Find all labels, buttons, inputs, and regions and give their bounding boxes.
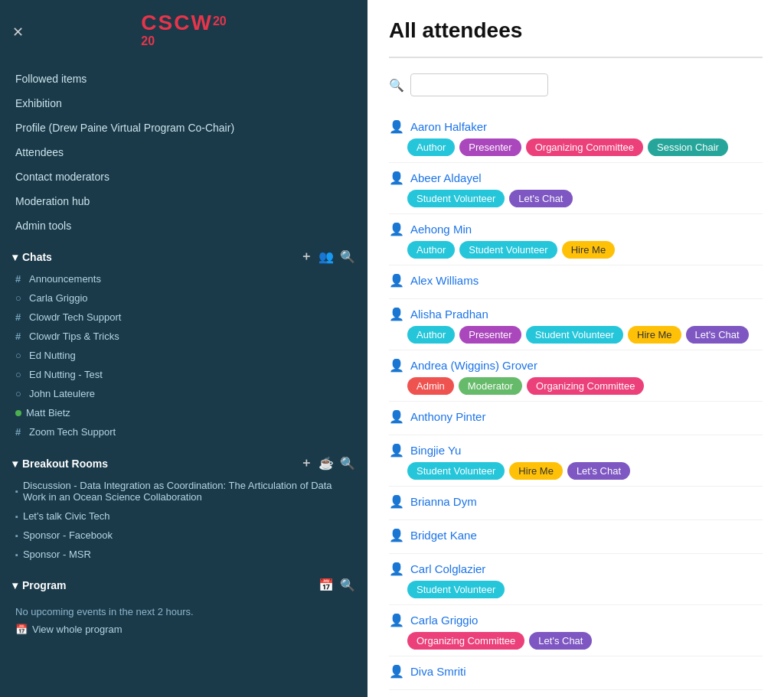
channel-zoom-tech[interactable]: # Zoom Tech Support (0, 422, 368, 441)
program-chevron-icon: ▾ (12, 579, 18, 591)
attendee-row: 👤Andrea (Wiggins) GroverAdminModeratorOr… (389, 350, 763, 402)
tag-student-volunteer[interactable]: Student Volunteer (407, 462, 505, 480)
channel-ed-nutting-test[interactable]: ○ Ed Nutting - Test (0, 365, 368, 384)
channel-prefix: ○ (15, 292, 24, 304)
sidebar-item-attendees[interactable]: Attendees (0, 140, 368, 164)
attendee-name[interactable]: Carla Griggio (410, 614, 478, 627)
breakout-room-msr[interactable]: ▪ Sponsor - MSR (0, 545, 368, 564)
channel-announcements[interactable]: # Announcements (0, 269, 368, 288)
search-room-icon[interactable]: 🔍 (340, 456, 355, 471)
tag-presenter[interactable]: Presenter (459, 326, 521, 344)
tag-student-volunteer[interactable]: Student Volunteer (459, 241, 557, 259)
group-chat-icon[interactable]: 👥 (318, 249, 334, 264)
tag-admin[interactable]: Admin (407, 377, 454, 395)
attendee-name[interactable]: Andrea (Wiggins) Grover (410, 359, 537, 372)
attendee-tags: Student VolunteerLet's Chat (389, 190, 763, 207)
attendee-tags: Organizing CommitteeLet's Chat (389, 632, 763, 650)
breakout-room-icon: ▪ (15, 512, 18, 521)
tag-hire-me[interactable]: Hire Me (509, 462, 563, 480)
close-icon[interactable]: ✕ (12, 24, 24, 41)
tag-hire-me[interactable]: Hire Me (628, 326, 681, 344)
tag-student-volunteer[interactable]: Student Volunteer (526, 326, 623, 344)
channel-clowdr-tech[interactable]: # Clowdr Tech Support (0, 308, 368, 327)
sidebar-item-profile[interactable]: Profile (Drew Paine Virtual Program Co-C… (0, 116, 368, 140)
attendee-row: 👤Carla GriggioOrganizing CommitteeLet's … (389, 605, 763, 656)
tag-organizing-committee[interactable]: Organizing Committee (407, 632, 524, 650)
attendee-name[interactable]: Aaron Halfaker (410, 120, 487, 133)
main-content: All attendees 🔍 👤Aaron HalfakerAuthorPre… (368, 0, 784, 697)
sidebar-item-moderation-hub[interactable]: Moderation hub (0, 189, 368, 213)
online-indicator (15, 410, 21, 416)
breakout-room-facebook[interactable]: ▪ Sponsor - Facebook (0, 526, 368, 545)
attendee-name[interactable]: Bridget Kane (410, 529, 477, 542)
attendee-tags: AuthorPresenterOrganizing CommitteeSessi… (389, 138, 763, 156)
program-section-header[interactable]: ▾ Program 📅 🔍 (0, 570, 368, 597)
tag-author[interactable]: Author (407, 241, 455, 259)
person-icon: 👤 (389, 171, 404, 185)
sidebar-item-followed[interactable]: Followed items (0, 67, 368, 91)
attendee-row: 👤Brianna Dym (389, 487, 763, 520)
tag-hire-me[interactable]: Hire Me (562, 241, 616, 259)
tag-student-volunteer[interactable]: Student Volunteer (407, 190, 505, 207)
breakout-room-discussion[interactable]: ▪ Discussion - Data Integration as Coord… (0, 476, 368, 506)
attendee-name[interactable]: Bingjie Yu (410, 444, 461, 457)
channel-matt-bietz[interactable]: Matt Bietz (0, 403, 368, 422)
sidebar-item-admin-tools[interactable]: Admin tools (0, 213, 368, 238)
tag-organizing-committee[interactable]: Organizing Committee (526, 138, 643, 156)
tag-student-volunteer[interactable]: Student Volunteer (407, 581, 505, 598)
tag-lets-chat[interactable]: Let's Chat (509, 190, 572, 207)
attendee-tags: AuthorPresenterStudent VolunteerHire MeL… (389, 326, 763, 344)
tag-lets-chat[interactable]: Let's Chat (567, 462, 630, 480)
coffee-icon[interactable]: ☕ (318, 456, 334, 471)
calendar-icon[interactable]: 📅 (318, 578, 334, 592)
title-divider (389, 57, 763, 58)
person-icon: 👤 (389, 494, 404, 509)
person-icon: 👤 (389, 358, 404, 373)
sidebar-item-exhibition[interactable]: Exhibition (0, 91, 368, 116)
tag-lets-chat[interactable]: Let's Chat (529, 632, 592, 650)
breakout-room-civic[interactable]: ▪ Let's talk Civic Tech (0, 506, 368, 526)
attendee-name[interactable]: Diva Smriti (410, 665, 466, 678)
add-room-icon[interactable]: ＋ (300, 455, 312, 471)
chats-section-header[interactable]: ▾ Chats ＋ 👥 🔍 (0, 241, 368, 269)
attendee-tags: Student Volunteer (389, 581, 763, 598)
tag-moderator[interactable]: Moderator (459, 377, 522, 395)
search-chat-icon[interactable]: 🔍 (340, 249, 355, 264)
tag-author[interactable]: Author (407, 326, 455, 344)
breakout-room-name: Sponsor - Facebook (23, 529, 113, 541)
channel-list: # Announcements ○ Carla Griggio # Clowdr… (0, 269, 368, 448)
tag-author[interactable]: Author (407, 138, 455, 156)
search-input[interactable] (410, 73, 548, 96)
add-chat-icon[interactable]: ＋ (300, 249, 312, 265)
channel-name: Zoom Tech Support (29, 426, 116, 438)
channel-carla-griggio[interactable]: ○ Carla Griggio (0, 288, 368, 308)
channel-name: Clowdr Tips & Tricks (29, 331, 119, 342)
attendee-name[interactable]: Abeer Aldayel (410, 171, 482, 184)
attendee-name[interactable]: Brianna Dym (410, 495, 477, 508)
attendee-name[interactable]: Alisha Pradhan (410, 308, 488, 321)
sidebar-item-contact-moderators[interactable]: Contact moderators (0, 164, 368, 189)
channel-name: Matt Bietz (26, 407, 70, 419)
view-program-link[interactable]: 📅 View whole program (15, 620, 352, 638)
search-program-icon[interactable]: 🔍 (340, 578, 355, 592)
attendee-name[interactable]: Carl Colglazier (410, 562, 485, 575)
attendee-name[interactable]: Anthony Pinter (410, 410, 485, 423)
breakout-section-header[interactable]: ▾ Breakout Rooms ＋ ☕ 🔍 (0, 448, 368, 476)
channel-prefix: ○ (15, 388, 24, 399)
sidebar-header: ✕ CSCW2020 (0, 0, 368, 64)
channel-name: Carla Griggio (29, 292, 88, 304)
tag-organizing-committee[interactable]: Organizing Committee (527, 377, 644, 395)
program-section: No upcoming events in the next 2 hours. … (0, 597, 368, 644)
attendee-row: 👤Alisha PradhanAuthorPresenterStudent Vo… (389, 299, 763, 350)
channel-clowdr-tips[interactable]: # Clowdr Tips & Tricks (0, 327, 368, 346)
tag-lets-chat[interactable]: Let's Chat (686, 326, 749, 344)
tag-presenter[interactable]: Presenter (459, 138, 521, 156)
channel-ed-nutting[interactable]: ○ Ed Nutting (0, 346, 368, 365)
search-bar: 🔍 (389, 73, 763, 96)
attendee-name[interactable]: Aehong Min (410, 223, 472, 236)
attendee-name[interactable]: Alex Williams (410, 274, 479, 287)
tag-session-chair[interactable]: Session Chair (648, 138, 728, 156)
chats-chevron-icon: ▾ (12, 251, 18, 263)
channel-john-lateulere[interactable]: ○ John Lateulere (0, 384, 368, 403)
person-icon: 👤 (389, 273, 404, 288)
